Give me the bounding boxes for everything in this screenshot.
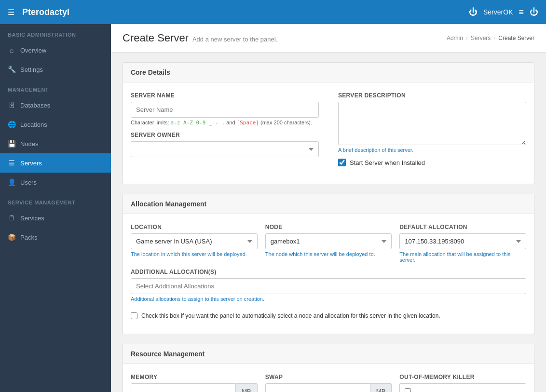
oom-killer-group: Out-of-Memory Killer Disable OOM Killer bbox=[399, 374, 526, 392]
home-icon: ⌂ bbox=[8, 46, 15, 54]
management-section-label: Management bbox=[0, 79, 111, 95]
breadcrumb-sep-2: › bbox=[493, 35, 495, 41]
sidebar-item-overview-label: Overview bbox=[20, 47, 46, 54]
location-group: Location Game server in USA (USA) The lo… bbox=[131, 224, 258, 263]
core-details-heading: Core Details bbox=[123, 63, 534, 82]
core-details-panel: Core Details Server Name Character limit… bbox=[123, 62, 534, 184]
default-allocation-group: Default Allocation 107.150.33.195:8090 T… bbox=[399, 224, 526, 263]
settings-icon: 🔧 bbox=[8, 66, 15, 73]
additional-allocations-group: Additional Allocation(s) Additional allo… bbox=[131, 269, 526, 302]
page-subtitle: Add a new server to the panel. bbox=[192, 36, 277, 43]
sidebar-item-packs-label: Packs bbox=[20, 234, 37, 241]
node-group: Node gamebox1 The node which this server… bbox=[265, 224, 392, 263]
char-limits-hint: Character limits: a-z A-Z 0-9 _ - . and … bbox=[131, 120, 319, 126]
start-server-group: Start Server when Installed bbox=[338, 159, 526, 166]
hamburger-icon[interactable]: ☰ bbox=[8, 8, 14, 17]
start-server-label: Start Server when Installed bbox=[350, 159, 425, 166]
server-description-input[interactable] bbox=[338, 102, 526, 145]
memory-label: Memory bbox=[131, 374, 258, 380]
nodes-icon: 💾 bbox=[8, 140, 15, 148]
node-select[interactable]: gamebox1 bbox=[265, 233, 392, 249]
auto-select-checkbox[interactable] bbox=[131, 312, 137, 319]
locations-icon: 🌐 bbox=[8, 121, 15, 128]
sidebar-item-users[interactable]: 👤 Users bbox=[0, 173, 111, 192]
swap-input[interactable] bbox=[265, 383, 370, 392]
breadcrumb: Admin › Servers › Create Server bbox=[447, 35, 534, 41]
additional-allocations-label: Additional Allocation(s) bbox=[131, 269, 526, 275]
start-server-checkbox[interactable] bbox=[338, 159, 346, 166]
char-limits-suffix: (max 200 characters). bbox=[260, 120, 312, 125]
breadcrumb-current: Create Server bbox=[498, 35, 534, 41]
page-header: Create Server Add a new server to the pa… bbox=[111, 24, 546, 53]
default-allocation-hint: The main allocation that will be assigne… bbox=[399, 251, 526, 263]
allocation-management-panel: Allocation Management Location Game serv… bbox=[123, 194, 534, 334]
swap-unit: MB bbox=[370, 383, 392, 392]
oom-killer-value: Disable OOM Killer bbox=[416, 383, 526, 392]
sidebar-item-locations-label: Locations bbox=[20, 121, 47, 128]
databases-icon: 🗄 bbox=[8, 101, 15, 109]
char-limits-and: and bbox=[226, 120, 235, 125]
server-owner-select[interactable] bbox=[131, 141, 319, 157]
resource-management-heading: Resource Management bbox=[123, 344, 534, 364]
server-description-group: Server Description A brief description o… bbox=[338, 92, 526, 153]
user-label: ServerOK bbox=[483, 8, 513, 16]
location-hint: The location in which this server will b… bbox=[131, 251, 258, 257]
power-on-icon[interactable]: ⏻ bbox=[469, 7, 478, 17]
resource-management-panel: Resource Management Memory MB Swap bbox=[123, 344, 534, 392]
breadcrumb-sep-1: › bbox=[466, 35, 468, 41]
oom-killer-checkbox[interactable] bbox=[405, 388, 411, 392]
node-hint: The node which this server will be deplo… bbox=[265, 251, 392, 257]
sidebar-item-nodes-label: Nodes bbox=[20, 140, 39, 148]
auto-select-label: Check this box if you want the panel to … bbox=[141, 312, 440, 319]
additional-allocations-hint: Additional allocations to assign to this… bbox=[131, 296, 526, 302]
sidebar-item-users-label: Users bbox=[20, 179, 37, 186]
default-allocation-label: Default Allocation bbox=[399, 224, 526, 230]
swap-group: Swap MB bbox=[265, 374, 392, 392]
default-allocation-select[interactable]: 107.150.33.195:8090 bbox=[399, 233, 526, 249]
basic-admin-section-label: Basic Administration bbox=[0, 24, 111, 41]
sidebar-item-packs[interactable]: 📦 Packs bbox=[0, 228, 111, 247]
services-icon: 🗒 bbox=[8, 214, 15, 222]
server-owner-label: Server Owner bbox=[131, 132, 319, 138]
server-name-group: Server Name Character limits: a-z A-Z 0-… bbox=[131, 92, 319, 126]
sidebar-item-settings[interactable]: 🔧 Settings bbox=[0, 60, 111, 79]
navbar: ☰ Pterodactyl ⏻ ServerOK ≡ ⏻ bbox=[0, 0, 546, 24]
power-off-icon[interactable]: ⏻ bbox=[530, 7, 538, 17]
sidebar-item-services[interactable]: 🗒 Services bbox=[0, 208, 111, 228]
server-description-label: Server Description bbox=[338, 92, 526, 99]
breadcrumb-admin[interactable]: Admin bbox=[447, 35, 463, 41]
sidebar: Basic Administration ⌂ Overview 🔧 Settin… bbox=[0, 24, 111, 392]
service-management-section-label: Service Management bbox=[0, 192, 111, 208]
sidebar-item-servers[interactable]: ☰ Servers bbox=[0, 153, 111, 173]
location-label: Location bbox=[131, 224, 258, 230]
memory-input[interactable] bbox=[131, 383, 236, 392]
sidebar-item-overview[interactable]: ⌂ Overview bbox=[0, 41, 111, 60]
location-select[interactable]: Game server in USA (USA) bbox=[131, 233, 258, 249]
sidebar-item-services-label: Services bbox=[20, 215, 44, 222]
sidebar-item-settings-label: Settings bbox=[20, 66, 43, 73]
sidebar-item-locations[interactable]: 🌐 Locations bbox=[0, 115, 111, 134]
server-name-input[interactable] bbox=[131, 102, 319, 118]
packs-icon: 📦 bbox=[8, 233, 15, 241]
oom-killer-label: Out-of-Memory Killer bbox=[399, 374, 526, 380]
page-title: Create Server bbox=[123, 32, 189, 44]
auto-select-row: Check this box if you want the panel to … bbox=[131, 308, 526, 324]
breadcrumb-servers[interactable]: Servers bbox=[471, 35, 491, 41]
char-limits-prefix: Character limits: bbox=[131, 120, 169, 125]
additional-allocations-input[interactable] bbox=[131, 278, 526, 294]
sidebar-item-databases[interactable]: 🗄 Databases bbox=[0, 95, 111, 115]
users-icon: 👤 bbox=[8, 178, 15, 186]
swap-label: Swap bbox=[265, 374, 392, 380]
list-icon[interactable]: ≡ bbox=[519, 7, 524, 17]
allocation-management-heading: Allocation Management bbox=[123, 194, 534, 214]
memory-group: Memory MB bbox=[131, 374, 258, 392]
app-brand: Pterodactyl bbox=[22, 7, 69, 17]
server-description-hint: A brief description of this server. bbox=[338, 147, 526, 153]
server-owner-group: Server Owner bbox=[131, 132, 319, 157]
servers-icon: ☰ bbox=[8, 159, 15, 167]
node-label: Node bbox=[265, 224, 392, 230]
sidebar-item-nodes[interactable]: 💾 Nodes bbox=[0, 134, 111, 153]
server-name-label: Server Name bbox=[131, 92, 319, 99]
sidebar-item-databases-label: Databases bbox=[20, 102, 50, 109]
char-limits-space: [Space] bbox=[237, 120, 259, 126]
